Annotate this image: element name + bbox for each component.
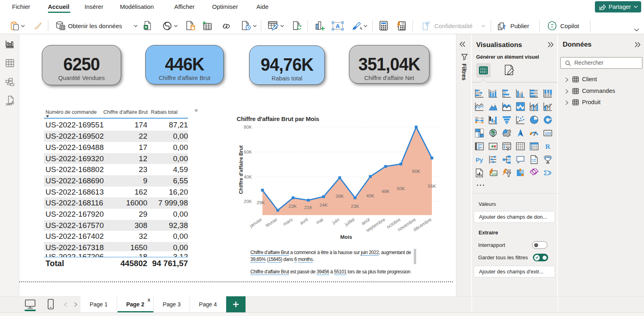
svg-text:DAX: DAX bbox=[6, 103, 12, 106]
svg-text:80K: 80K bbox=[244, 125, 252, 129]
svg-text:29K: 29K bbox=[257, 200, 265, 205]
svg-text:Py: Py bbox=[476, 156, 483, 163]
svg-text:mai: mai bbox=[315, 217, 324, 225]
svg-text:123: 123 bbox=[545, 131, 551, 135]
svg-text:juin: juin bbox=[331, 217, 340, 225]
svg-text:mars: mars bbox=[282, 217, 293, 226]
svg-text:40K: 40K bbox=[244, 174, 252, 179]
svg-text:janvier: janvier bbox=[248, 217, 263, 229]
svg-text:40K: 40K bbox=[366, 193, 375, 198]
svg-text:50K: 50K bbox=[397, 186, 405, 191]
svg-text:55K: 55K bbox=[428, 184, 436, 189]
svg-text:20K: 20K bbox=[244, 199, 252, 204]
svg-text:février: février bbox=[265, 217, 278, 228]
svg-text:23K: 23K bbox=[351, 204, 359, 209]
svg-text:60K: 60K bbox=[244, 150, 252, 154]
svg-text:48K: 48K bbox=[382, 189, 390, 194]
svg-text:21K: 21K bbox=[304, 205, 313, 210]
svg-text:39K: 39K bbox=[336, 194, 344, 199]
svg-text:A: A bbox=[336, 23, 340, 29]
svg-text:avril: avril bbox=[299, 217, 309, 226]
svg-text:24K: 24K bbox=[320, 203, 328, 207]
svg-text:R: R bbox=[545, 143, 551, 150]
svg-text:juillet: juillet bbox=[344, 217, 356, 227]
svg-text:août: août bbox=[361, 217, 371, 226]
svg-text:23K: 23K bbox=[289, 204, 297, 209]
svg-text:80K: 80K bbox=[412, 169, 421, 174]
